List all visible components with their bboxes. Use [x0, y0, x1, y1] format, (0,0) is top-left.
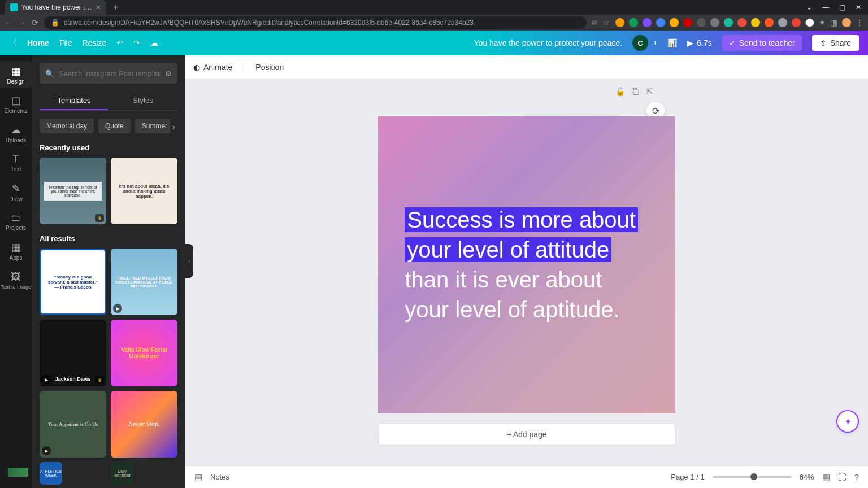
share-label: Share — [830, 38, 851, 47]
document-title[interactable]: You have the power to protect your peace… — [474, 38, 623, 47]
duplicate-page-icon[interactable]: ⿻ — [632, 87, 640, 96]
notes-button[interactable]: Notes — [210, 473, 229, 481]
add-page-button[interactable]: + Add page — [378, 424, 675, 445]
extension-icons: ✦ ▥ ⋮ — [615, 18, 863, 27]
template-thumb[interactable]: Daily Reminder — [111, 462, 133, 485]
user-avatar[interactable]: C — [632, 35, 648, 51]
install-app-icon[interactable]: ⎚ — [592, 18, 597, 27]
side-panel-icon[interactable]: ▥ — [830, 18, 837, 27]
lock-page-icon[interactable]: 🔓 — [615, 87, 625, 96]
close-tab-icon[interactable]: × — [96, 3, 101, 12]
fullscreen-icon[interactable]: ⛶ — [838, 472, 847, 482]
canvas-viewport[interactable]: 🔓 ⿻ ⇱ ⟳ Success is more about your level… — [185, 79, 868, 465]
window-dropdown-icon[interactable]: ⌄ — [806, 3, 812, 11]
file-menu[interactable]: File — [59, 38, 72, 47]
template-thumb[interactable]: ATHLETICS WEEK — [40, 462, 62, 485]
ext-icon[interactable] — [697, 18, 706, 27]
search-input[interactable] — [59, 69, 160, 78]
ext-icon[interactable] — [805, 18, 814, 27]
redo-icon[interactable]: ↷ — [133, 38, 140, 47]
ext-icon[interactable] — [792, 18, 801, 27]
template-caption: Your Appetizer is On Us — [48, 421, 98, 427]
collapse-panel-icon[interactable]: ‹ — [185, 244, 193, 278]
template-thumb[interactable]: "Money is a good servant, a bad master."… — [40, 249, 106, 315]
analytics-icon[interactable]: 📊 — [667, 38, 677, 47]
animate-button[interactable]: ◐Animate — [193, 63, 232, 72]
page-indicator[interactable]: Page 1 / 1 — [671, 473, 704, 481]
rail-elements[interactable]: ◫Elements — [0, 90, 32, 117]
grid-view-icon[interactable]: ▦ — [822, 472, 830, 482]
notes-icon[interactable]: ▤ — [194, 472, 202, 482]
ext-icon[interactable] — [751, 18, 760, 27]
tab-templates[interactable]: Templates — [40, 91, 108, 110]
rail-projects[interactable]: 🗀Projects — [0, 208, 32, 235]
play-button[interactable]: ▶ 6.7s — [687, 38, 711, 47]
ext-icon[interactable] — [724, 18, 733, 27]
new-tab-button[interactable]: + — [113, 2, 118, 12]
send-to-teacher-button[interactable]: ✓ Send to teacher — [722, 35, 802, 51]
rail-draw[interactable]: ✎Draw — [0, 178, 32, 206]
rail-text[interactable]: TText — [0, 149, 32, 176]
ext-icon[interactable] — [683, 18, 692, 27]
url-text: canva.com/design/DAFkaYR2wJw/BQQFfT0AxSR… — [64, 19, 474, 27]
tab-styles[interactable]: Styles — [108, 91, 177, 110]
home-button[interactable]: Home — [27, 38, 49, 47]
chip[interactable]: Summer — [135, 119, 174, 133]
filter-icon[interactable]: ⚙ — [165, 69, 172, 78]
chevron-right-icon[interactable]: › — [170, 119, 177, 133]
back-home-icon[interactable]: 〈 — [9, 38, 17, 48]
resize-menu[interactable]: Resize — [82, 38, 106, 47]
ext-icon[interactable] — [656, 18, 665, 27]
expand-page-icon[interactable]: ⇱ — [646, 87, 653, 96]
url-field[interactable]: 🔒 canva.com/design/DAFkaYR2wJw/BQQFfT0Ax… — [44, 16, 587, 29]
rail-text-to-image[interactable]: 🖼Text to Image — [0, 267, 32, 294]
reload-icon[interactable]: ⟳ — [32, 18, 38, 27]
zoom-level[interactable]: 64% — [800, 473, 814, 481]
bookmark-star-icon[interactable]: ☆ — [602, 18, 610, 27]
browser-tab[interactable]: You have the power to protect yo × — [5, 0, 106, 15]
window-maximize-icon[interactable]: ▢ — [839, 3, 845, 11]
zoom-slider[interactable] — [713, 476, 792, 478]
template-thumb[interactable]: Prioritize the step in front of you rath… — [40, 158, 106, 224]
magic-assist-icon[interactable]: ✦ — [837, 411, 858, 432]
extensions-icon[interactable]: ✦ — [819, 18, 826, 27]
template-thumb[interactable]: Your Appetizer is On Us▶ — [40, 391, 106, 457]
template-thumb[interactable]: Jackson Davis▶♛ — [40, 320, 106, 386]
template-search[interactable]: 🔍 ⚙ — [40, 63, 177, 84]
search-icon: 🔍 — [45, 69, 54, 78]
template-thumb[interactable]: Never Stop. — [111, 391, 177, 457]
template-thumb[interactable]: I WILL FREE MYSELF FROM DOUBTS AND LIVE … — [111, 249, 177, 315]
menu-dots-icon[interactable]: ⋮ — [856, 18, 863, 27]
folder-icon: 🗀 — [11, 212, 21, 224]
undo-icon[interactable]: ↶ — [116, 38, 123, 47]
share-button[interactable]: ⇪ Share — [812, 35, 859, 51]
window-minimize-icon[interactable]: — — [822, 3, 829, 11]
quote-text-block[interactable]: Success is more about your level of atti… — [405, 205, 648, 325]
template-thumb[interactable]: It's not about ideas. It's about making … — [111, 158, 177, 224]
ext-icon[interactable] — [670, 18, 679, 27]
rail-apps[interactable]: ▦Apps — [0, 237, 32, 264]
ext-icon[interactable] — [765, 18, 774, 27]
cloud-sync-icon[interactable]: ☁ — [150, 38, 158, 47]
position-button[interactable]: Position — [255, 63, 284, 72]
rail-uploads[interactable]: ☁Uploads — [0, 120, 32, 147]
profile-avatar-icon[interactable] — [842, 18, 851, 27]
rail-design[interactable]: ▦Design — [0, 61, 32, 88]
ext-icon[interactable] — [615, 18, 624, 27]
ext-icon[interactable] — [737, 18, 747, 27]
template-thumb[interactable]: Valla Glow Facial Moisturizer — [111, 320, 177, 386]
chip[interactable]: Quote — [98, 119, 131, 133]
crown-icon: ♛ — [95, 214, 104, 222]
ext-icon[interactable] — [643, 18, 652, 27]
chip[interactable]: Memorial day — [40, 119, 94, 133]
ext-icon[interactable] — [778, 18, 787, 27]
add-collaborator-icon[interactable]: + — [653, 38, 657, 47]
window-close-icon[interactable]: ✕ — [856, 3, 861, 11]
zoom-thumb[interactable] — [750, 473, 757, 480]
ext-icon[interactable] — [629, 18, 638, 27]
back-icon[interactable]: ← — [5, 18, 12, 27]
forward-icon[interactable]: → — [18, 18, 26, 27]
design-page[interactable]: Success is more about your level of atti… — [378, 116, 675, 413]
help-icon[interactable]: ? — [854, 472, 859, 482]
ext-icon[interactable] — [710, 18, 719, 27]
